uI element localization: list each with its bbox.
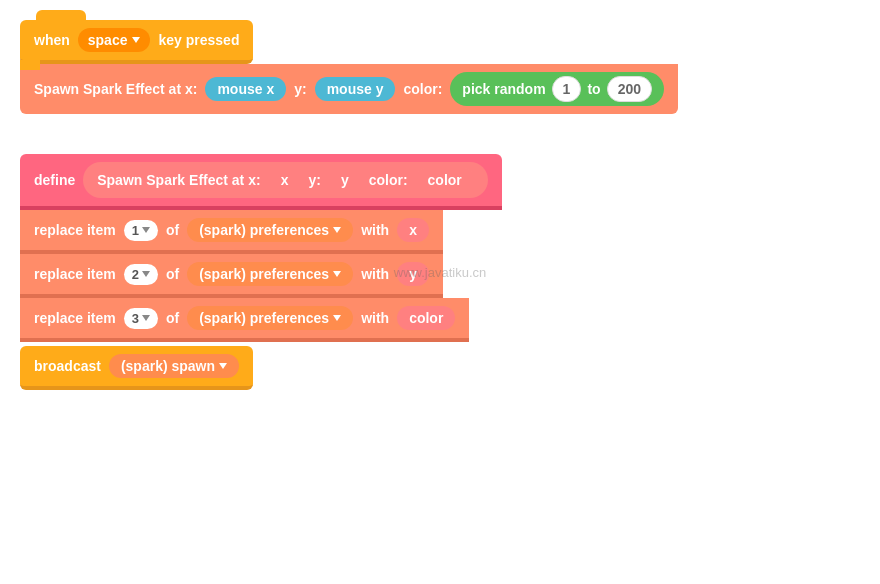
- list3-dropdown[interactable]: (spark) preferences: [187, 306, 353, 330]
- space-dropdown[interactable]: space: [78, 28, 151, 52]
- val2-input[interactable]: y: [397, 262, 429, 286]
- space-label: space: [88, 32, 128, 48]
- y-param: y: [329, 168, 361, 192]
- with2-label: with: [361, 266, 389, 282]
- list2-dropdown[interactable]: (spark) preferences: [187, 262, 353, 286]
- item-num-1-dropdown[interactable]: 1: [124, 220, 158, 241]
- num3-arrow-icon: [142, 315, 150, 321]
- item-num-2-dropdown[interactable]: 2: [124, 264, 158, 285]
- define-label: define: [34, 172, 75, 188]
- spawn-label: Spawn Spark Effect at x:: [34, 81, 197, 97]
- mouse-x-input[interactable]: mouse x: [205, 77, 286, 101]
- color-param-label: color:: [369, 172, 408, 188]
- hat-block: when space key pressed: [20, 20, 253, 64]
- replace-item-2-block: replace item 2 of (spark) preferences wi…: [20, 254, 443, 298]
- key-pressed-label: key pressed: [158, 32, 239, 48]
- of2-label: of: [166, 266, 179, 282]
- of3-label: of: [166, 310, 179, 326]
- broadcast-arrow-icon: [219, 363, 227, 369]
- pick-random-label: pick random: [462, 81, 545, 97]
- broadcast-block: broadcast (spark) spawn: [20, 346, 253, 390]
- mouse-y-input[interactable]: mouse y: [315, 77, 396, 101]
- color-param: color: [416, 168, 474, 192]
- custom-block-label: Spawn Spark Effect at x: x y: y color: c…: [83, 162, 488, 198]
- val1-input[interactable]: x: [397, 218, 429, 242]
- item-num-3-dropdown[interactable]: 3: [124, 308, 158, 329]
- custom-text: Spawn Spark Effect at x:: [97, 172, 260, 188]
- y-label: y:: [294, 81, 306, 97]
- list1-dropdown[interactable]: (spark) preferences: [187, 218, 353, 242]
- replace3-label: replace item: [34, 310, 116, 326]
- of1-label: of: [166, 222, 179, 238]
- list2-arrow-icon: [333, 271, 341, 277]
- when-label: when: [34, 32, 70, 48]
- group2: define Spawn Spark Effect at x: x y: y c…: [20, 154, 860, 390]
- broadcast-msg-dropdown[interactable]: (spark) spawn: [109, 354, 239, 378]
- color-label: color:: [403, 81, 442, 97]
- replace-item-1-block: replace item 1 of (spark) preferences wi…: [20, 210, 443, 254]
- pick-random-block[interactable]: pick random 1 to 200: [450, 72, 664, 106]
- replace2-label: replace item: [34, 266, 116, 282]
- num1-arrow-icon: [142, 227, 150, 233]
- val3-input[interactable]: color: [397, 306, 455, 330]
- y-param-label: y:: [308, 172, 320, 188]
- random-to-input[interactable]: 200: [607, 76, 652, 102]
- group1: when space key pressed Spawn Spark Effec…: [20, 20, 860, 114]
- random-from-input[interactable]: 1: [552, 76, 582, 102]
- x-param: x: [269, 168, 301, 192]
- replace1-label: replace item: [34, 222, 116, 238]
- replace-item-3-block: replace item 3 of (spark) preferences wi…: [20, 298, 469, 342]
- list3-arrow-icon: [333, 315, 341, 321]
- with1-label: with: [361, 222, 389, 238]
- spawn-effect-block: Spawn Spark Effect at x: mouse x y: mous…: [20, 64, 678, 114]
- list1-arrow-icon: [333, 227, 341, 233]
- define-block: define Spawn Spark Effect at x: x y: y c…: [20, 154, 502, 210]
- space-arrow-icon: [132, 37, 140, 43]
- broadcast-label: broadcast: [34, 358, 101, 374]
- num2-arrow-icon: [142, 271, 150, 277]
- with3-label: with: [361, 310, 389, 326]
- to-label: to: [587, 81, 600, 97]
